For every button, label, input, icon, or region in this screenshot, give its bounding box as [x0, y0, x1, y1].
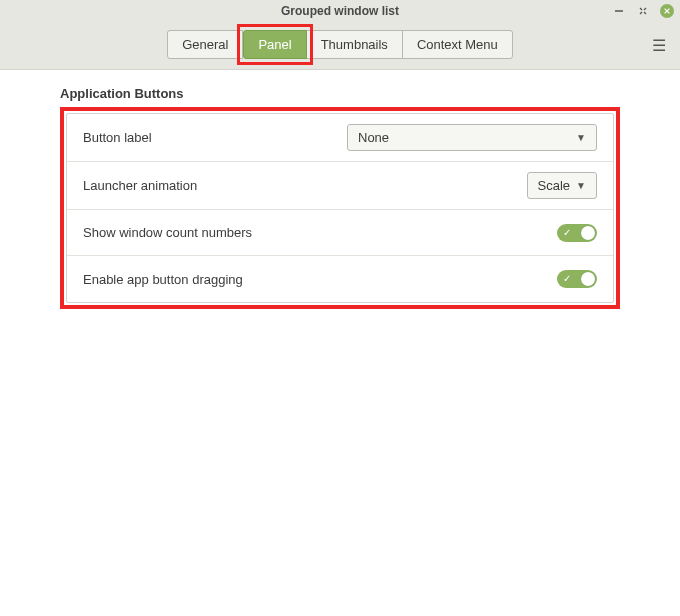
tab-label: General — [182, 37, 228, 52]
tab-context-menu[interactable]: Context Menu — [402, 30, 513, 59]
select-value: None — [358, 130, 389, 145]
chevron-down-icon: ▼ — [576, 180, 586, 191]
svg-line-3 — [640, 12, 642, 14]
titlebar: Grouped window list — [0, 0, 680, 22]
row-enable-drag: Enable app button dragging ✓ — [67, 256, 613, 302]
tab-general[interactable]: General — [167, 30, 243, 59]
tab-panel[interactable]: Panel — [243, 30, 306, 59]
toggle-knob — [581, 272, 595, 286]
button-label-select[interactable]: None ▼ — [347, 124, 597, 151]
row-button-label: Button label None ▼ — [67, 114, 613, 162]
maximize-button[interactable] — [636, 4, 650, 18]
settings-card: Button label None ▼ Launcher animation S… — [66, 113, 614, 303]
select-value: Scale — [538, 178, 571, 193]
check-icon: ✓ — [563, 228, 571, 238]
toggle-knob — [581, 226, 595, 240]
row-label: Enable app button dragging — [83, 272, 243, 287]
tabbar: General Panel Thumbnails Context Menu — [0, 30, 680, 59]
row-label: Launcher animation — [83, 178, 197, 193]
section-title: Application Buttons — [60, 86, 620, 101]
svg-line-2 — [644, 8, 646, 10]
menu-icon[interactable]: ☰ — [652, 36, 666, 55]
tabbar-container: General Panel Thumbnails Context Menu ☰ — [0, 22, 680, 70]
svg-line-1 — [640, 8, 642, 10]
show-count-toggle[interactable]: ✓ — [557, 224, 597, 242]
window-title: Grouped window list — [281, 4, 399, 18]
chevron-down-icon: ▼ — [576, 132, 586, 143]
tab-label: Panel — [258, 37, 291, 52]
row-show-count: Show window count numbers ✓ — [67, 210, 613, 256]
tab-thumbnails[interactable]: Thumbnails — [306, 30, 403, 59]
svg-line-4 — [644, 12, 646, 14]
window-controls — [612, 0, 674, 22]
tab-label: Thumbnails — [321, 37, 388, 52]
enable-drag-toggle[interactable]: ✓ — [557, 270, 597, 288]
row-launcher-animation: Launcher animation Scale ▼ — [67, 162, 613, 210]
minimize-button[interactable] — [612, 4, 626, 18]
launcher-animation-select[interactable]: Scale ▼ — [527, 172, 597, 199]
row-label: Show window count numbers — [83, 225, 252, 240]
row-label: Button label — [83, 130, 152, 145]
close-button[interactable] — [660, 4, 674, 18]
tab-label: Context Menu — [417, 37, 498, 52]
check-icon: ✓ — [563, 274, 571, 284]
content-area: Application Buttons Button label None ▼ … — [0, 70, 680, 309]
highlight-box: Button label None ▼ Launcher animation S… — [60, 107, 620, 309]
